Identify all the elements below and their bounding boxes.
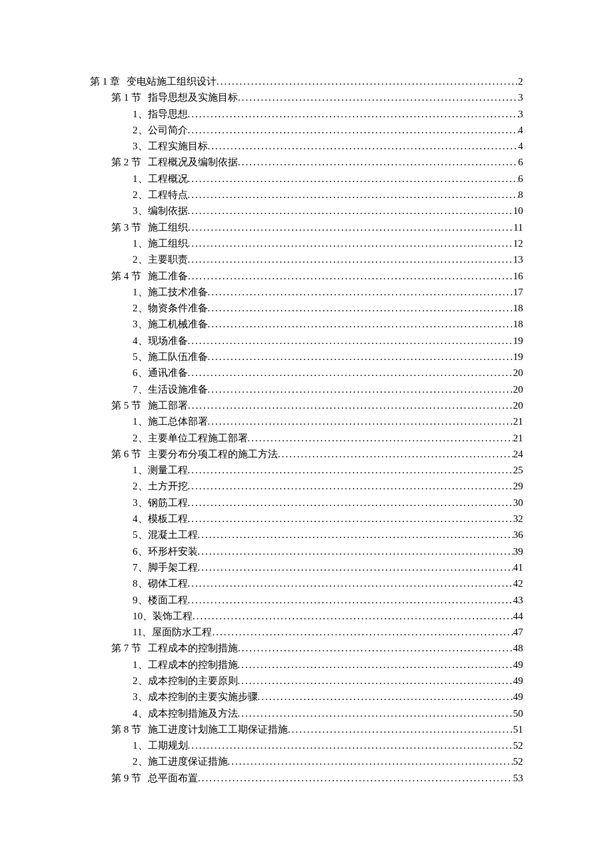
toc-entry-title: 第 2 节工程概况及编制依据: [111, 154, 238, 170]
toc-entry-page: 42: [513, 575, 523, 591]
toc-entry-page: 19: [513, 349, 523, 365]
toc-leader-dots: [188, 592, 514, 608]
toc-leader-dots: [198, 559, 514, 575]
toc-leader-dots: [212, 624, 513, 640]
toc-leader-dots: [188, 235, 514, 251]
toc-entry-text: 施工部署: [148, 400, 188, 411]
toc-leader-dots: [188, 397, 513, 413]
toc-entry-text: 施工进度保证措施: [148, 756, 228, 767]
toc-entry-page: 6: [518, 154, 524, 170]
toc-entry[interactable]: 2、主要职责13: [90, 251, 523, 267]
toc-entry[interactable]: 第 8 节施工进度计划施工工期保证措施51: [90, 721, 523, 737]
toc-entry[interactable]: 2、主要单位工程施工部署21: [90, 430, 523, 446]
toc-entry-text: 工程实施目标: [148, 141, 208, 151]
toc-entry-page: 19: [513, 333, 523, 349]
toc-entry-text: 指导思想: [148, 109, 188, 119]
toc-entry-text: 变电站施工组织设计: [127, 76, 217, 87]
toc-leader-dots: [278, 446, 513, 462]
toc-leader-dots: [198, 770, 513, 786]
toc-leader-dots: [208, 300, 514, 316]
toc-entry-text: 工程特点: [148, 189, 188, 200]
toc-entry[interactable]: 1、工期规划52: [90, 737, 523, 753]
toc-entry-text: 主要单位工程施工部署: [148, 433, 248, 443]
toc-entry[interactable]: 11、屋面防水工程47: [90, 624, 523, 640]
toc-entry-text: 编制依据: [148, 205, 188, 216]
toc-entry[interactable]: 1、工程成本的控制措施49: [90, 657, 523, 673]
toc-entry[interactable]: 第 7 节工程成本的控制措施48: [90, 640, 523, 656]
toc-entry-title: 8、砌体工程: [133, 575, 188, 591]
toc-entry[interactable]: 第 2 节工程概况及编制依据6: [90, 154, 523, 170]
toc-entry-page: 32: [513, 511, 523, 527]
toc-entry[interactable]: 1、测量工程25: [90, 462, 523, 478]
toc-leader-dots: [188, 478, 514, 494]
toc-entry[interactable]: 9、楼面工程43: [90, 592, 523, 608]
toc-entry-title: 2、土方开挖: [133, 478, 188, 494]
toc-entry[interactable]: 2、物资条件准备18: [90, 300, 523, 316]
toc-entry[interactable]: 2、成本控制的主要原则49: [90, 673, 523, 689]
toc-entry-text: 成本控制的主要原则: [148, 675, 238, 686]
toc-entry-title: 第 9 节总平面布置: [111, 770, 198, 786]
toc-leader-dots: [238, 89, 518, 105]
toc-entry[interactable]: 3、成本控制的主要实施步骤49: [90, 689, 523, 705]
toc-entry-title: 2、主要职责: [133, 251, 188, 267]
toc-entry[interactable]: 1、施工总体部署21: [90, 413, 523, 429]
toc-leader-dots: [288, 721, 513, 737]
toc-entry[interactable]: 第 3 节施工组织11: [90, 219, 523, 235]
toc-entry[interactable]: 6、环形杆安装39: [90, 543, 523, 559]
toc-entry-label: 3、: [133, 319, 148, 329]
toc-entry-text: 主要分布分项工程的施工方法: [148, 449, 278, 459]
toc-leader-dots: [188, 575, 514, 591]
toc-entry-text: 物资条件准备: [148, 303, 208, 313]
toc-entry[interactable]: 第 6 节主要分布分项工程的施工方法24: [90, 446, 523, 462]
toc-entry[interactable]: 3、施工机械准备18: [90, 316, 523, 332]
toc-entry-label: 第 5 节: [111, 400, 141, 411]
toc-entry-page: 4: [518, 138, 524, 154]
toc-entry-page: 39: [513, 543, 523, 559]
toc-entry[interactable]: 3、编制依据10: [90, 203, 523, 219]
toc-entry[interactable]: 4、现场准备19: [90, 333, 523, 349]
toc-entry-label: 3、: [133, 205, 148, 216]
toc-entry-title: 11、屋面防水工程: [133, 624, 212, 640]
toc-entry[interactable]: 6、通讯准备20: [90, 365, 523, 381]
toc-entry[interactable]: 3、工程实施目标4: [90, 138, 523, 154]
toc-entry-label: 2、: [133, 189, 148, 200]
toc-entry[interactable]: 8、砌体工程42: [90, 575, 523, 591]
toc-entry-text: 工期规划: [148, 740, 188, 751]
toc-entry-label: 1、: [133, 109, 148, 119]
toc-entry[interactable]: 2、土方开挖29: [90, 478, 523, 494]
toc-entry[interactable]: 第 1 节指导思想及实施目标3: [90, 89, 523, 105]
toc-entry[interactable]: 2、公司简介4: [90, 122, 523, 138]
toc-entry-title: 5、施工队伍准备: [133, 349, 208, 365]
toc-entry[interactable]: 2、施工进度保证措施52: [90, 753, 523, 769]
toc-entry[interactable]: 1、施工组织12: [90, 235, 523, 251]
toc-entry[interactable]: 第 5 节施工部署20: [90, 397, 523, 413]
toc-entry-title: 3、工程实施目标: [133, 138, 208, 154]
toc-entry[interactable]: 7、脚手架工程41: [90, 559, 523, 575]
toc-entry[interactable]: 第 4 节施工准备16: [90, 268, 523, 284]
toc-leader-dots: [208, 349, 514, 365]
toc-entry[interactable]: 1、施工技术准备17: [90, 284, 523, 300]
toc-entry[interactable]: 5、混凝土工程36: [90, 527, 523, 543]
toc-entry[interactable]: 1、指导思想3: [90, 106, 523, 122]
toc-entry-title: 3、编制依据: [133, 203, 188, 219]
toc-entry-text: 施工组织: [148, 238, 188, 249]
toc-entry[interactable]: 10、装饰工程44: [90, 608, 523, 624]
toc-leader-dots: [188, 333, 514, 349]
toc-entry-text: 成本控制的主要实施步骤: [148, 691, 258, 702]
toc-entry-title: 第 5 节施工部署: [111, 397, 188, 413]
toc-entry-text: 工程概况: [148, 173, 188, 184]
toc-entry[interactable]: 4、成本控制措施及方法50: [90, 705, 523, 721]
toc-entry[interactable]: 第 1 章变电站施工组织设计2: [90, 73, 523, 89]
toc-entry-page: 3: [518, 89, 524, 105]
toc-entry-title: 第 7 节工程成本的控制措施: [111, 640, 238, 656]
toc-entry[interactable]: 第 9 节总平面布置53: [90, 770, 523, 786]
toc-entry[interactable]: 4、模板工程32: [90, 511, 523, 527]
toc-entry-text: 钢筋工程: [148, 497, 188, 508]
toc-entry[interactable]: 5、施工队伍准备19: [90, 349, 523, 365]
toc-entry[interactable]: 3、钢筋工程30: [90, 495, 523, 511]
toc-entry[interactable]: 2、工程特点8: [90, 187, 523, 203]
toc-entry[interactable]: 7、生活设施准备20: [90, 381, 523, 397]
toc-entry[interactable]: 1、工程概况6: [90, 171, 523, 187]
toc-entry-title: 5、混凝土工程: [133, 527, 198, 543]
toc-entry-label: 第 2 节: [111, 157, 141, 167]
